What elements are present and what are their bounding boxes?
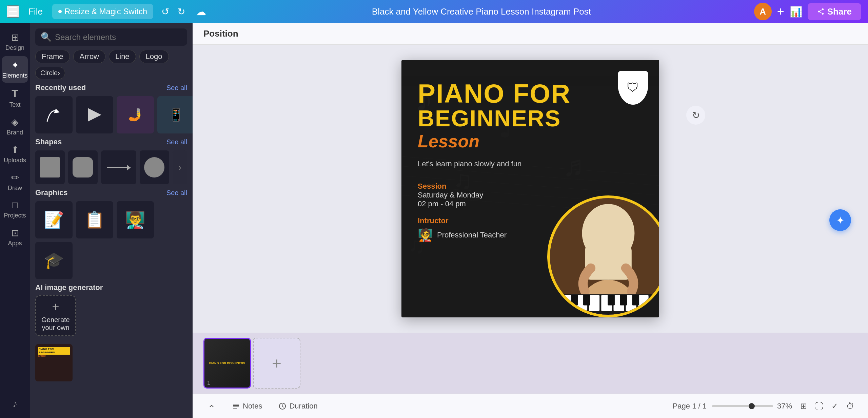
preview-thumbnail[interactable]: PIANO FOR BEGINNERS Lesson bbox=[35, 344, 73, 381]
shapes-see-all[interactable]: See all bbox=[166, 138, 187, 146]
search-input[interactable] bbox=[55, 33, 182, 42]
uploads-icon: ⬆ bbox=[11, 144, 19, 155]
shape-rounded-rect[interactable] bbox=[68, 150, 98, 184]
recently-used-see-all[interactable]: See all bbox=[166, 84, 187, 92]
undo-redo-group: ↺ ↻ bbox=[159, 5, 188, 19]
ai-generate-button[interactable]: + Generate your own bbox=[35, 295, 76, 336]
chip-arrow[interactable]: Arrow bbox=[73, 50, 105, 63]
design-lesson-label: Lesson bbox=[418, 131, 643, 151]
page-number-label: 1 bbox=[207, 380, 210, 386]
chip-line[interactable]: Line bbox=[109, 50, 136, 63]
menu-icon[interactable] bbox=[7, 5, 19, 18]
share-icon bbox=[817, 8, 825, 15]
bottom-preview: PIANO FOR BEGINNERS Lesson bbox=[35, 344, 187, 381]
chip-frame[interactable]: Frame bbox=[35, 50, 70, 63]
clock-button[interactable]: ⏱ bbox=[844, 400, 857, 412]
sidebar-item-music[interactable]: ♪ bbox=[2, 395, 28, 413]
graphic-item-2[interactable]: 📋 bbox=[76, 201, 113, 238]
sidebar-item-brand[interactable]: ◈ Brand bbox=[2, 113, 28, 140]
graphic-item-4[interactable]: 🎓 bbox=[35, 242, 73, 279]
sidebar-item-text[interactable]: T Text bbox=[2, 84, 28, 112]
filter-chips: Frame Arrow Line Logo Circle› bbox=[35, 50, 187, 79]
refresh-canvas-button[interactable]: ↻ bbox=[686, 106, 705, 125]
svg-rect-20 bbox=[589, 295, 599, 311]
top-bar: File Resize & Magic Switch ↺ ↻ ☁ Black a… bbox=[0, 0, 868, 23]
shape-more[interactable]: › bbox=[173, 150, 187, 184]
graphics-grid: 📝 📋 👨‍🏫 🎓 bbox=[35, 201, 187, 279]
hide-panel-button[interactable] bbox=[203, 400, 220, 412]
analytics-button[interactable]: 📊 bbox=[790, 6, 802, 18]
share-button[interactable]: Share bbox=[808, 3, 861, 20]
magic-ai-button[interactable]: ✦ bbox=[829, 209, 851, 231]
shape-rectangle[interactable] bbox=[35, 150, 65, 184]
sidebar-item-projects[interactable]: □ Projects bbox=[2, 196, 28, 223]
shape-arrow-line[interactable] bbox=[101, 150, 136, 184]
design-description: Let's learn piano slowly and fun bbox=[418, 160, 643, 168]
recently-used-item-arrow[interactable] bbox=[35, 96, 73, 133]
chip-circle[interactable]: Circle› bbox=[35, 67, 65, 79]
recently-used-item-social[interactable]: 🤳 bbox=[117, 96, 154, 133]
position-bar: Position bbox=[193, 23, 868, 45]
svg-rect-27 bbox=[608, 295, 615, 306]
graphics-header: Graphics See all bbox=[35, 188, 187, 197]
graphics-title: Graphics bbox=[35, 188, 67, 197]
text-icon: T bbox=[12, 87, 18, 100]
circle-preview bbox=[144, 157, 164, 177]
check-button[interactable]: ✓ bbox=[829, 400, 841, 412]
sidebar-item-apps[interactable]: ⊡ Apps bbox=[2, 224, 28, 250]
arrow-icon bbox=[44, 105, 64, 125]
fullscreen-button[interactable]: ⛶ bbox=[812, 400, 826, 412]
zoom-percentage: 37% bbox=[777, 402, 792, 411]
sidebar-item-elements[interactable]: ✦ Elements bbox=[2, 56, 28, 83]
shape-circle[interactable] bbox=[140, 150, 169, 184]
zoom-control[interactable]: 37% bbox=[712, 402, 792, 411]
sidebar-item-uploads[interactable]: ⬆ Uploads bbox=[2, 141, 28, 167]
search-bar[interactable]: 🔍 bbox=[35, 28, 187, 46]
draw-icon: ✏ bbox=[11, 172, 19, 183]
search-icon: 🔍 bbox=[41, 32, 52, 42]
redo-button[interactable]: ↻ bbox=[175, 5, 188, 19]
svg-rect-29 bbox=[632, 295, 639, 306]
graphics-see-all[interactable]: See all bbox=[166, 189, 187, 197]
graphic-item-1[interactable]: 📝 bbox=[35, 201, 73, 238]
instructor-name: Professional Teacher bbox=[437, 231, 507, 239]
sidebar-item-design[interactable]: ⊞ Design bbox=[2, 28, 28, 55]
page-info: Page 1 / 1 37% ⊞ ⛶ ✓ ⏱ bbox=[673, 400, 857, 412]
user-avatar-button[interactable]: A bbox=[754, 3, 772, 20]
rounded-rect-preview bbox=[73, 157, 93, 177]
notes-button[interactable]: Notes bbox=[228, 400, 266, 413]
svg-rect-26 bbox=[583, 295, 590, 306]
music-icon: ♪ bbox=[13, 398, 17, 409]
svg-rect-28 bbox=[620, 295, 627, 306]
resize-magic-switch-button[interactable]: Resize & Magic Switch bbox=[52, 4, 153, 19]
design-title-main: PIANO FOR bbox=[418, 80, 643, 107]
piano-player-svg bbox=[550, 198, 659, 315]
zoom-slider-thumb[interactable] bbox=[749, 403, 755, 409]
view-buttons: ⊞ ⛶ ✓ ⏱ bbox=[797, 400, 857, 412]
main-layout: ⊞ Design ✦ Elements T Text ◈ Brand ⬆ Upl… bbox=[0, 23, 868, 418]
grid-view-button[interactable]: ⊞ bbox=[797, 400, 810, 412]
elements-panel: 🔍 Frame Arrow Line Logo Circle› Recently… bbox=[30, 23, 193, 418]
duration-button[interactable]: Duration bbox=[274, 400, 321, 413]
brand-icon: ◈ bbox=[11, 117, 19, 128]
ai-generator-title: AI image generator bbox=[35, 283, 187, 292]
design-card[interactable]: ♪ ♫ ♩ ♬ ♫ ♪ � bbox=[401, 60, 659, 317]
apps-icon: ⊡ bbox=[11, 227, 19, 238]
undo-button[interactable]: ↺ bbox=[159, 5, 172, 19]
shapes-header: Shapes See all bbox=[35, 138, 187, 146]
chip-logo[interactable]: Logo bbox=[139, 50, 169, 63]
canvas-wrapper[interactable]: ↻ ♪ ♫ ♩ ♬ ♫ ♪ bbox=[193, 45, 868, 333]
file-menu-button[interactable]: File bbox=[24, 5, 47, 18]
cloud-save-button[interactable]: ☁ bbox=[193, 4, 209, 19]
sidebar-item-draw[interactable]: ✏ Draw bbox=[2, 169, 28, 195]
add-page-button[interactable]: + bbox=[253, 338, 300, 389]
recently-used-item-graphic2[interactable]: 📱 bbox=[157, 96, 193, 133]
recently-used-item-triangle[interactable] bbox=[76, 96, 113, 133]
graduation-cap-icon: 🎓 bbox=[44, 251, 64, 270]
add-collaborator-button[interactable]: + bbox=[777, 4, 784, 19]
zoom-slider-track[interactable] bbox=[712, 405, 773, 407]
page-thumbnail-1[interactable]: PIANO FOR BEGINNERS 1 bbox=[203, 338, 251, 389]
arrow-line-inner bbox=[107, 167, 131, 168]
graphic-item-3[interactable]: 👨‍🏫 bbox=[117, 201, 154, 238]
ai-generator-row: + Generate your own bbox=[35, 295, 187, 336]
